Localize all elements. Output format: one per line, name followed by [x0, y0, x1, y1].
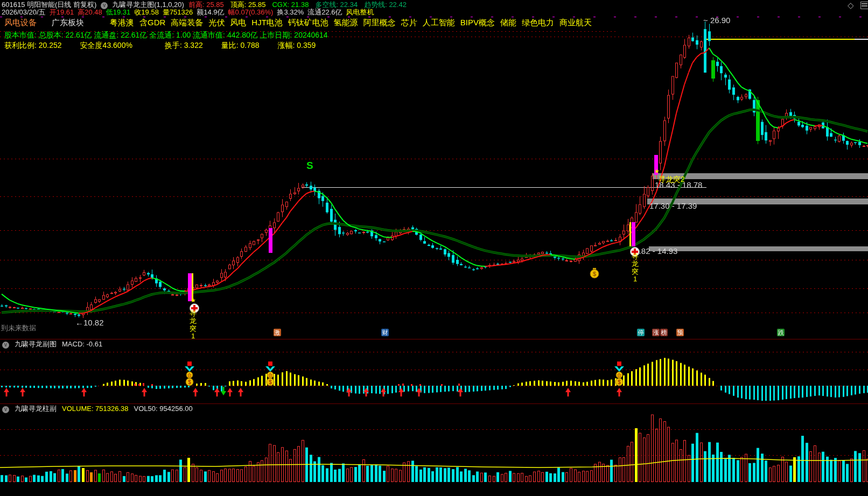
fundamentals-text: 股本市值: 总股本: 22.61亿 流通盘: 22.61亿 全流通: 1.00 …	[4, 31, 328, 39]
sector-tag-5[interactable]: HJT电池	[251, 18, 283, 27]
indicator-field-2: CGX: 21.38	[272, 1, 309, 9]
tag-list: 粤港澳含GDR高端装备光伏风电HJT电池钙钛矿电池氢能源阿里概念芯片人工智能BI…	[110, 18, 592, 27]
dragon-signal-label: 寻龙突1	[189, 310, 197, 340]
indicator-field-1: 顶高: 25.85	[230, 1, 266, 9]
quote-field-0: 开19.61	[50, 9, 74, 16]
quote-field-6: 幅0.07(0.36%)	[228, 9, 274, 16]
window-layout-icon[interactable]	[860, 2, 868, 9]
metric-profit-ratio: 获利比例: 20.252	[4, 41, 62, 49]
sector-tag-6[interactable]: 钙钛矿电池	[288, 18, 328, 27]
fundamentals-bar: 股本市值: 总股本: 22.61亿 流通盘: 22.61亿 全流通: 1.00 …	[4, 31, 328, 39]
volume-panel-header: v 九啸寻龙柱副 VOLUME: 751326.38 VOL50: 954256…	[2, 405, 193, 413]
quick-link-跌[interactable]: 跌	[777, 329, 785, 336]
svg-text:合: 合	[268, 373, 272, 378]
sector-tag-8[interactable]: 阿里概念	[363, 18, 396, 27]
svg-text:$: $	[593, 271, 596, 277]
volume-panel-title[interactable]: 九啸寻龙柱副	[15, 405, 57, 413]
quote-field-3: 收19.58	[134, 9, 159, 16]
svg-text:合: 合	[187, 373, 192, 378]
quote-field-1: 高20.48	[78, 9, 102, 16]
svg-text:$: $	[188, 379, 191, 385]
sector-tag-0[interactable]: 粤港澳	[110, 18, 134, 27]
metric-change: 涨幅: 0.359	[278, 41, 316, 49]
quote-field-9: 风电整机	[346, 9, 374, 16]
chart-canvas[interactable]	[0, 0, 868, 496]
quote-field-2: 低19.31	[106, 9, 131, 16]
metric-turnover: 换手: 3.322	[165, 41, 203, 49]
sector-tag-4[interactable]: 风电	[230, 18, 246, 27]
macd-panel-title[interactable]: 九啸寻龙副图	[15, 341, 57, 348]
quick-link-预[interactable]: 预	[676, 329, 684, 336]
collapse-volume-icon[interactable]: v	[2, 406, 9, 413]
sector-tag-14[interactable]: 商业航天	[559, 18, 592, 27]
svg-text:$: $	[269, 379, 272, 385]
indicator-field-4: 趋势线: 22.42	[364, 1, 407, 9]
price-level-label: ~ 26.90	[703, 16, 730, 24]
metric-volratio: 量比: 0.788	[221, 41, 260, 49]
quick-link-停[interactable]: 停	[637, 329, 645, 336]
sector-tag-bar: 风电设备 广东板块 粤港澳含GDR高端装备光伏风电HJT电池钙钛矿电池氢能源阿里…	[4, 18, 592, 27]
svg-text:$: $	[618, 379, 621, 385]
indicator-values: 前高: 25.85顶高: 25.85CGX: 21.38多空线: 22.34趋势…	[188, 1, 407, 9]
dragon-signal2-label: 寻龙突2	[658, 175, 685, 183]
sector-tag-10[interactable]: 人工智能	[423, 18, 455, 27]
indicator-field-3: 多空线: 22.34	[315, 1, 358, 9]
main-indicator-title[interactable]: 九啸寻龙主图(1,1,0,20)	[112, 1, 184, 9]
sector-tag-9[interactable]: 芯片	[401, 18, 417, 27]
sector-tag-11[interactable]: BIPV概念	[460, 18, 495, 27]
sector-tag-12[interactable]: 储能	[500, 18, 516, 27]
metrics-bar: 获利比例: 20.252 安全度43.600% 换手: 3.322 量比: 0.…	[4, 41, 316, 49]
treasure-signal-icon: 合$	[265, 362, 276, 388]
dragon-star-icon: ★	[191, 297, 196, 303]
diamond-icon[interactable]: ◇	[848, 1, 854, 10]
sector-tag-3[interactable]: 光伏	[208, 18, 225, 27]
quick-link-涨[interactable]: 涨	[652, 329, 660, 336]
quote-values: 开19.61高20.48低19.31收19.58量751326额14.9亿幅0.…	[50, 9, 374, 16]
volume-value: VOLUME: 751326.38	[62, 405, 129, 413]
quick-link-激[interactable]: 激	[274, 329, 281, 336]
tag-secondary[interactable]: 广东板块	[52, 18, 84, 27]
quick-link-榜[interactable]: 榜	[660, 329, 668, 336]
sector-tag-13[interactable]: 绿色电力	[522, 18, 554, 27]
macd-panel-header: v 九啸寻龙副图 MACD: -0.61	[2, 341, 102, 349]
collapse-macd-icon[interactable]: v	[2, 342, 9, 349]
future-data-note: 到未来数据	[1, 323, 36, 333]
stock-title[interactable]: 601615 明阳智能(日线 前复权)	[2, 1, 96, 9]
macd-value: MACD: -0.61	[62, 341, 102, 348]
sector-tag-1[interactable]: 含GDR	[139, 18, 165, 27]
dragon-star-icon: ★	[654, 168, 660, 174]
stock-app-window: 601615 明阳智能(日线 前复权) v 九啸寻龙主图(1,1,0,20) 前…	[0, 0, 868, 496]
quote-bar: 2026/03/20/五 开19.61高20.48低19.31收19.58量75…	[2, 9, 374, 16]
trade-date: 2026/03/20/五	[2, 9, 46, 16]
price-level-label: 17.30 - 17.39	[649, 202, 697, 210]
quote-field-7: 换3.32%	[277, 9, 304, 16]
sector-tag-2[interactable]: 高端装备	[171, 18, 203, 27]
metric-safety: 安全度43.600%	[80, 41, 132, 49]
quick-link-财[interactable]: 财	[381, 329, 389, 336]
svg-text:合: 合	[617, 373, 621, 378]
tag-primary[interactable]: 风电设备	[4, 18, 37, 27]
quote-field-8: 流通22.6亿	[307, 9, 342, 16]
indicator-field-0: 前高: 25.85	[188, 1, 224, 9]
price-level-label: ←10.82	[75, 318, 104, 327]
quote-field-4: 量751326	[163, 9, 193, 16]
sell-point-marker: S	[306, 161, 313, 171]
vol50-value: VOL50: 954256.00	[134, 405, 193, 413]
treasure-signal-icon: 合$	[614, 362, 625, 388]
treasure-signal-icon: 合$	[184, 362, 195, 388]
money-bag-icon: $	[589, 267, 600, 281]
sector-tag-7[interactable]: 氢能源	[334, 18, 358, 27]
dragon-signal-label: 寻龙突1	[631, 253, 639, 283]
quote-field-5: 额14.9亿	[197, 9, 224, 16]
